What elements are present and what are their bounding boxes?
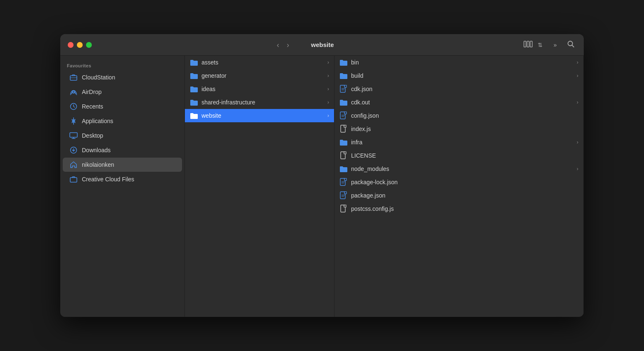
file-name-ideas: ideas	[202, 86, 324, 92]
desktop-icon	[69, 131, 78, 140]
file-item-cdk-json[interactable]: cdk.json	[334, 82, 583, 96]
svg-rect-36	[344, 192, 347, 194]
file-column-2: bin › build ›	[334, 56, 584, 317]
title-area: ‹ › website	[185, 40, 459, 50]
folder-icon-build	[339, 72, 348, 79]
back-button[interactable]: ‹	[274, 40, 282, 50]
svg-rect-40	[344, 205, 346, 207]
file-item-build[interactable]: build ›	[334, 69, 583, 82]
file-name-generator: generator	[202, 72, 324, 79]
file-name-node-modules: node_modules	[351, 166, 573, 172]
file-icon-index-js	[339, 125, 348, 133]
file-icon-license	[339, 152, 348, 159]
sidebar-item-downloads[interactable]: Downloads	[63, 143, 182, 157]
sidebar-label-cloudstation: CloudStation	[82, 74, 115, 81]
file-item-cdk-out[interactable]: cdk.out ›	[334, 96, 583, 109]
svg-rect-32	[344, 178, 347, 180]
folder-icon-bin	[339, 59, 348, 66]
file-name-index-js: index.js	[351, 126, 578, 132]
sidebar-label-creativecloud: Creative Cloud Files	[82, 176, 134, 183]
view-switcher: ⇅	[522, 39, 544, 50]
minimize-button[interactable]	[77, 42, 83, 48]
traffic-lights	[60, 42, 185, 48]
file-icon-postcss-config	[339, 205, 348, 213]
sidebar-item-desktop[interactable]: Desktop	[63, 129, 182, 143]
file-item-package-json[interactable]: package.json	[334, 189, 583, 202]
download-icon	[69, 146, 78, 154]
sidebar-item-applications[interactable]: Applications	[63, 114, 182, 128]
file-name-bin: bin	[351, 59, 573, 66]
sidebar-label-recents: Recents	[82, 103, 103, 110]
folder-icon-cdk-out	[339, 99, 348, 106]
chevron-generator: ›	[327, 73, 329, 79]
clock-icon	[69, 102, 78, 111]
chevron-cdk-out: ›	[577, 99, 578, 105]
json-icon-package	[339, 192, 348, 199]
sidebar-item-nikolaionken[interactable]: nikolaionken	[63, 158, 182, 172]
forward-button[interactable]: ›	[284, 40, 292, 50]
folder-icon-infra	[339, 138, 348, 146]
briefcase-icon	[69, 73, 78, 82]
sidebar: Favourites CloudStation	[60, 56, 185, 317]
more-button[interactable]: »	[552, 40, 558, 49]
file-item-package-lock-json[interactable]: package-lock.json	[334, 176, 583, 189]
json-icon-cdk	[339, 85, 348, 93]
file-item-infra[interactable]: infra ›	[334, 136, 583, 149]
close-button[interactable]	[68, 42, 74, 48]
sidebar-item-cloudstation[interactable]: CloudStation	[63, 70, 182, 84]
svg-rect-30	[344, 152, 346, 154]
sidebar-item-recents[interactable]: Recents	[63, 99, 182, 114]
folder-icon-shared-infrastructure	[190, 99, 198, 106]
chevron-build: ›	[577, 73, 578, 79]
sidebar-label-downloads: Downloads	[82, 147, 111, 153]
file-item-website[interactable]: website ›	[185, 109, 334, 122]
search-button[interactable]	[565, 39, 576, 51]
svg-rect-0	[524, 41, 526, 47]
folder-icon-ideas	[190, 85, 198, 93]
file-item-postcss-config[interactable]: postcss.config.js	[334, 202, 583, 215]
chevron-assets: ›	[327, 59, 329, 65]
file-item-assets[interactable]: assets ›	[185, 56, 334, 69]
sidebar-item-creativecloud[interactable]: Creative Cloud Files	[63, 172, 182, 186]
folder-icon-node-modules	[339, 165, 348, 173]
file-item-node-modules[interactable]: node_modules ›	[334, 162, 583, 176]
creativecloud-icon	[69, 175, 78, 183]
column-view-button[interactable]	[522, 39, 534, 50]
sidebar-label-desktop: Desktop	[82, 132, 103, 139]
file-item-generator[interactable]: generator ›	[185, 69, 334, 82]
file-item-ideas[interactable]: ideas ›	[185, 82, 334, 96]
file-item-shared-infrastructure[interactable]: shared-infrastructure ›	[185, 96, 334, 109]
file-column-1: assets › generator ›	[185, 56, 334, 317]
maximize-button[interactable]	[86, 42, 92, 48]
file-columns: assets › generator ›	[185, 56, 584, 317]
file-name-cdk-out: cdk.out	[351, 99, 573, 106]
chevron-website: ›	[327, 113, 329, 119]
sidebar-label-airdrop: AirDrop	[82, 89, 101, 95]
file-item-index-js[interactable]: index.js	[334, 122, 583, 136]
main-content: Favourites CloudStation	[60, 56, 584, 317]
svg-line-4	[572, 45, 574, 47]
chevron-infra: ›	[577, 139, 578, 145]
file-name-postcss-config: postcss.config.js	[351, 205, 578, 212]
svg-rect-1	[527, 41, 529, 47]
chevron-bin: ›	[577, 59, 578, 65]
sidebar-item-airdrop[interactable]: AirDrop	[63, 85, 182, 99]
file-item-license[interactable]: LICENSE	[334, 149, 583, 162]
file-item-config-json[interactable]: config.json	[334, 109, 583, 122]
sidebar-section-favourites: Favourites	[60, 60, 184, 70]
title-bar: ‹ › website ⇅ »	[60, 34, 584, 56]
sort-button[interactable]: ⇅	[536, 40, 544, 49]
file-name-package-lock-json: package-lock.json	[351, 179, 578, 185]
svg-rect-24	[344, 112, 347, 114]
folder-icon-assets	[190, 59, 198, 66]
file-name-assets: assets	[202, 59, 324, 66]
svg-rect-13	[70, 133, 77, 137]
file-name-license: LICENSE	[351, 152, 578, 159]
svg-rect-28	[344, 125, 346, 127]
file-item-bin[interactable]: bin ›	[334, 56, 583, 69]
nav-arrows: ‹ ›	[274, 40, 292, 50]
svg-rect-2	[530, 41, 532, 47]
toolbar-right: ⇅ »	[459, 39, 584, 51]
svg-rect-20	[344, 85, 347, 87]
file-name-config-json: config.json	[351, 112, 578, 119]
